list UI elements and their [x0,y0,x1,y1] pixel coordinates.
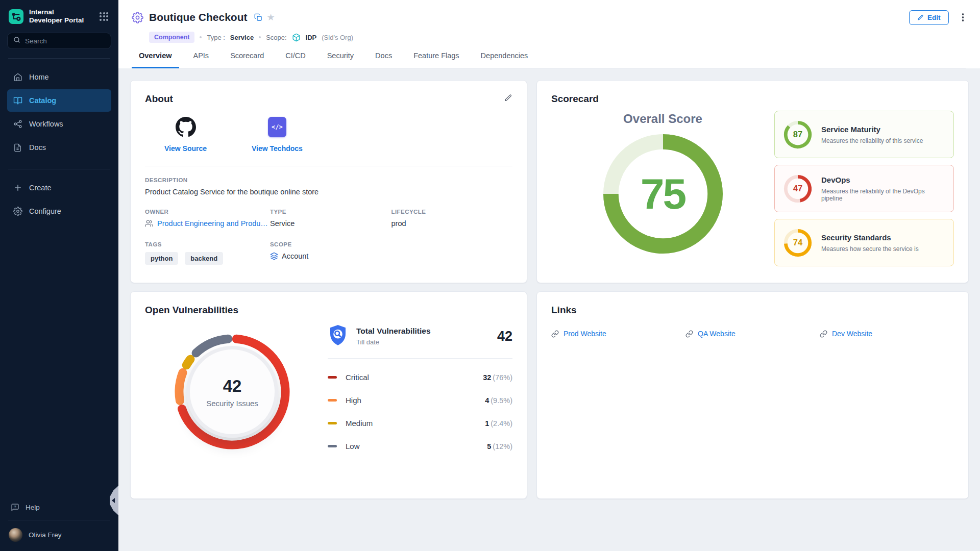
vulnerabilities-body: 42 Security Issues Total Vulnerabilities… [145,316,512,456]
scorecard-list: 87 Service Maturity Measures the reliabi… [774,111,954,266]
scorecard-item-service-maturity[interactable]: 87 Service Maturity Measures the reliabi… [774,111,954,158]
about-card: About View Source </> View Techdocs [130,80,527,283]
about-fields: OWNER Product Engineering and Product...… [145,209,512,265]
scorecard-title: Scorecard [551,93,599,105]
severity-label: Low [346,442,360,450]
severity-count: 32 [483,373,491,382]
link-dev-website[interactable]: Dev Website [820,330,954,338]
tab-overview[interactable]: Overview [132,52,179,68]
chevron-left-icon [112,498,115,503]
scorecard-item-texts: Service Maturity Measures the reliabilit… [821,125,923,144]
sidebar-item-workflows[interactable]: Workflows [7,113,111,135]
score-ring-value: 74 [783,228,813,258]
page-header: Boutique Checkout ★ Edit Component Type … [118,0,980,68]
github-icon [176,117,196,137]
scorecard-item-name: Security Standards [821,233,919,242]
total-vulnerabilities-texts: Total Vulnerabilities Till date [356,327,431,346]
link-prod-website[interactable]: Prod Website [551,330,685,338]
type-value: Service [230,34,254,41]
sidebar-item-label: Home [29,73,49,81]
severity-swatch [328,445,337,447]
sidebar-search[interactable] [7,33,111,49]
score-ring-value: 47 [783,174,813,204]
tag-chip[interactable]: backend [185,252,223,265]
sidebar-divider [8,169,110,169]
scope-value: IDP [306,34,317,41]
scope-label: Scope: [266,34,286,41]
sidebar-item-help[interactable]: ? Help [7,503,111,512]
title-row: Boutique Checkout ★ Edit [132,9,966,26]
star-icon[interactable]: ★ [267,13,275,22]
vulnerabilities-card-header: Open Vulnerabilities [145,305,512,316]
scorecard-item-desc: Measures the reliability of this service [821,137,923,144]
score-ring: 87 [783,120,813,149]
tags-field: TAGS python backend [145,241,270,265]
apps-grid-icon[interactable] [97,10,110,23]
search-input[interactable] [25,37,105,45]
scorecard-item-texts: DevOps Measures the reliability of the D… [821,176,945,202]
links-row: Prod Website QA Website Dev Website [551,330,954,338]
link-icon [685,330,693,338]
user-profile[interactable]: Olivia Frey [7,528,111,542]
scorecard-item-texts: Security Standards Measures how secure t… [821,233,919,253]
tab-cicd[interactable]: CI/CD [278,52,312,68]
tab-scorecard[interactable]: Scorecard [223,52,271,68]
tab-dependencies[interactable]: Dependencies [474,52,535,68]
severity-swatch [328,422,337,424]
cube-icon [292,33,301,42]
group-icon [145,219,153,228]
edit-button[interactable]: Edit [909,10,949,25]
scope-field-value: Account [270,252,391,260]
type-label: Type : [207,34,225,41]
gear-icon [13,207,22,216]
score-ring-value: 87 [783,120,813,149]
separator-dot [200,36,202,38]
shield-scan-icon [328,324,348,348]
scorecard-item-security-standards[interactable]: 74 Security Standards Measures how secur… [774,219,954,266]
sidebar-bottom: ? Help Olivia Frey [7,503,111,542]
home-icon [13,72,22,82]
view-techdocs-link[interactable]: </> View Techdocs [252,117,303,153]
total-vulnerabilities-value: 42 [497,329,512,344]
tab-feature-flags[interactable]: Feature Flags [406,52,466,68]
scorecard-item-desc: Measures how secure the service is [821,245,919,253]
plus-icon [13,183,22,193]
link-qa-website[interactable]: QA Website [685,330,820,338]
sidebar-item-create[interactable]: Create [7,177,111,199]
divider [328,358,512,359]
scope-field: SCOPE Account [270,241,391,265]
owner-value: Product Engineering and Product... [157,219,270,228]
score-ring: 74 [783,228,813,258]
tag-chip[interactable]: python [145,252,178,265]
scorecard-body: Overall Score 75 87 [551,106,954,266]
severity-row-low: Low 5(12%) [328,442,512,450]
tab-apis[interactable]: APIs [186,52,216,68]
links-card: Links Prod Website QA Website Dev Websit… [536,291,969,499]
sidebar-item-label: Docs [29,143,46,152]
sidebar-item-catalog[interactable]: Catalog [7,89,111,112]
kebab-menu-icon[interactable] [960,11,966,23]
sidebar-item-docs[interactable]: Docs [7,136,111,159]
owner-link[interactable]: Product Engineering and Product... [145,219,270,228]
sidebar-item-label: Workflows [29,120,63,128]
security-issues-label: Security Issues [206,399,258,408]
view-source-link[interactable]: View Source [164,117,207,153]
scorecard-item-desc: Measures the reliability of the DevOps p… [821,188,945,202]
page-title: Boutique Checkout [149,11,248,23]
edit-pencil-icon[interactable] [504,94,512,104]
severity-count: 4 [485,396,489,405]
sidebar-item-home[interactable]: Home [7,66,111,88]
scorecard-item-devops[interactable]: 47 DevOps Measures the reliability of th… [774,165,954,212]
edit-button-label: Edit [927,14,941,21]
tab-docs[interactable]: Docs [368,52,399,68]
kind-badge: Component [149,32,194,43]
component-gear-icon [132,12,143,23]
link-label: QA Website [698,330,736,338]
sidebar-item-configure[interactable]: Configure [7,200,111,222]
copy-icon[interactable] [254,13,262,21]
severity-label: Medium [346,419,373,428]
vulnerabilities-summary: Total Vulnerabilities Till date 42 Criti… [328,324,512,456]
tab-security[interactable]: Security [320,52,361,68]
pencil-icon [917,14,924,21]
total-vulnerabilities-row: Total Vulnerabilities Till date 42 [328,324,512,348]
